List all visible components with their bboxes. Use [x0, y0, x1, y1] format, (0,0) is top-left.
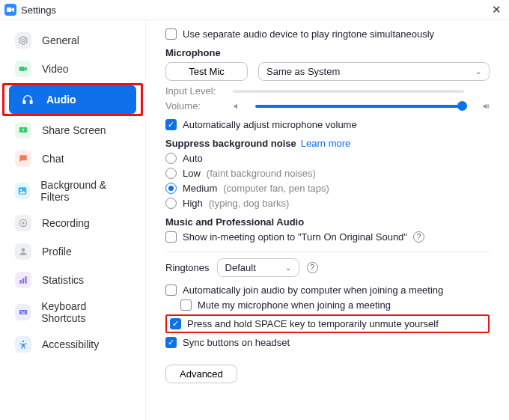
divider	[165, 252, 490, 252]
sidebar-item-label: Background & Filters	[40, 179, 130, 203]
share-screen-icon	[15, 122, 31, 139]
sidebar-item-label: General	[42, 34, 79, 46]
label-space-unmute: Press and hold SPACE key to temporarily …	[187, 318, 439, 329]
sidebar-item-label: Keyboard Shortcuts	[41, 300, 130, 324]
volume-label: Volume:	[165, 100, 218, 112]
label-mute-on-join: Mute my microphone when joining a meetin…	[198, 299, 391, 311]
svg-rect-15	[20, 311, 21, 312]
label-sync-headset: Sync buttons on headset	[183, 337, 290, 348]
section-microphone: Microphone	[165, 47, 490, 58]
svg-rect-18	[21, 313, 25, 314]
hint-noise-low: (faint background noises)	[207, 168, 316, 179]
checkbox-sync-headset[interactable]	[165, 337, 177, 348]
label-auto-adjust: Automatically adjust microphone volume	[183, 119, 357, 130]
label-auto-join: Automatically join audio by computer whe…	[183, 284, 443, 296]
window-title: Settings	[21, 4, 56, 16]
radio-noise-auto[interactable]	[165, 153, 177, 164]
checkbox-auto-join[interactable]	[165, 284, 177, 296]
sidebar-item-accessibility[interactable]: Accessibility	[4, 330, 141, 359]
chevron-down-icon: ⌄	[285, 264, 291, 272]
sidebar-item-label: Video	[42, 63, 69, 75]
statistics-icon	[15, 272, 31, 288]
svg-point-10	[22, 248, 25, 252]
sidebar-item-label: Profile	[42, 246, 72, 258]
input-level-label: Input Level:	[165, 85, 218, 97]
svg-rect-3	[23, 100, 25, 103]
svg-point-7	[20, 189, 22, 191]
learn-more-link[interactable]: Learn more	[301, 138, 350, 149]
svg-rect-11	[19, 280, 21, 284]
checkbox-space-unmute[interactable]	[170, 318, 181, 329]
sidebar-item-label: Chat	[42, 153, 64, 165]
sidebar-item-label: Accessibility	[42, 338, 99, 350]
checkbox-original-sound[interactable]	[165, 231, 177, 243]
video-icon	[15, 61, 31, 77]
background-icon	[15, 183, 30, 199]
advanced-button[interactable]: Advanced	[165, 365, 237, 383]
hint-noise-medium: (computer fan, pen taps)	[223, 183, 329, 194]
help-icon[interactable]: ?	[413, 231, 424, 243]
keyboard-icon	[15, 304, 31, 320]
microphone-select[interactable]: Same as System ⌄	[258, 62, 490, 81]
checkbox-auto-adjust[interactable]	[165, 119, 177, 130]
radio-noise-medium[interactable]	[165, 183, 177, 194]
sidebar-item-share-screen[interactable]: Share Screen	[4, 116, 141, 144]
settings-panel: Use separate audio device to play ringto…	[146, 20, 509, 420]
sidebar: General Video Audio Share Screen	[0, 20, 146, 420]
help-icon[interactable]: ?	[307, 262, 318, 273]
svg-rect-4	[30, 100, 32, 103]
accessibility-icon	[15, 336, 31, 353]
section-music: Music and Professional Audio	[165, 216, 490, 228]
svg-rect-16	[22, 311, 22, 312]
volume-slider[interactable]	[255, 105, 467, 108]
speaker-high-icon	[482, 103, 490, 110]
svg-rect-12	[22, 279, 24, 284]
label-noise-medium: Medium	[183, 183, 217, 194]
sidebar-item-label: Recording	[42, 217, 90, 229]
test-mic-button[interactable]: Test Mic	[165, 62, 248, 81]
sidebar-item-label: Statistics	[42, 274, 84, 286]
gear-icon	[15, 32, 31, 49]
headphones-icon	[19, 91, 36, 108]
ringtone-select[interactable]: Default ⌄	[217, 258, 299, 277]
sidebar-item-label: Share Screen	[42, 124, 106, 136]
ringtones-label: Ringtones	[165, 262, 210, 273]
sidebar-item-profile[interactable]: Profile	[4, 237, 141, 266]
section-noise: Suppress background noise	[165, 138, 296, 149]
label-noise-low: Low	[183, 168, 201, 179]
sidebar-item-statistics[interactable]: Statistics	[4, 266, 141, 294]
sidebar-item-video[interactable]: Video	[4, 55, 141, 83]
sidebar-item-chat[interactable]: Chat	[4, 144, 141, 173]
speaker-low-icon	[233, 103, 240, 110]
hint-noise-high: (typing, dog barks)	[209, 198, 290, 209]
chevron-down-icon: ⌄	[475, 67, 481, 76]
svg-rect-17	[24, 311, 25, 312]
close-icon[interactable]: ✕	[492, 3, 502, 16]
svg-point-1	[22, 39, 25, 42]
sidebar-item-recording[interactable]: Recording	[4, 209, 141, 237]
label-original-sound: Show in-meeting option to "Turn On Origi…	[183, 231, 407, 243]
svg-rect-2	[19, 67, 25, 71]
checkbox-mute-on-join[interactable]	[180, 299, 192, 311]
svg-rect-0	[7, 7, 11, 12]
svg-point-9	[22, 222, 25, 225]
svg-point-19	[22, 341, 24, 342]
app-icon	[4, 4, 16, 16]
profile-icon	[15, 243, 31, 260]
radio-noise-low[interactable]	[165, 168, 177, 179]
checkbox-separate-device[interactable]	[165, 28, 177, 40]
chat-icon	[15, 150, 31, 167]
sidebar-item-background[interactable]: Background & Filters	[4, 173, 141, 209]
sidebar-item-keyboard[interactable]: Keyboard Shortcuts	[4, 294, 141, 330]
radio-noise-high[interactable]	[165, 198, 177, 209]
ringtone-value: Default	[225, 262, 256, 273]
input-level-meter	[233, 90, 464, 93]
label-noise-auto: Auto	[183, 153, 203, 164]
sidebar-item-label: Audio	[46, 94, 76, 106]
label-separate-device: Use separate audio device to play ringto…	[183, 28, 434, 40]
sidebar-item-general[interactable]: General	[4, 26, 141, 55]
svg-rect-13	[25, 276, 26, 283]
label-noise-high: High	[183, 198, 203, 209]
sidebar-item-audio[interactable]: Audio	[9, 85, 136, 114]
recording-icon	[15, 215, 31, 231]
